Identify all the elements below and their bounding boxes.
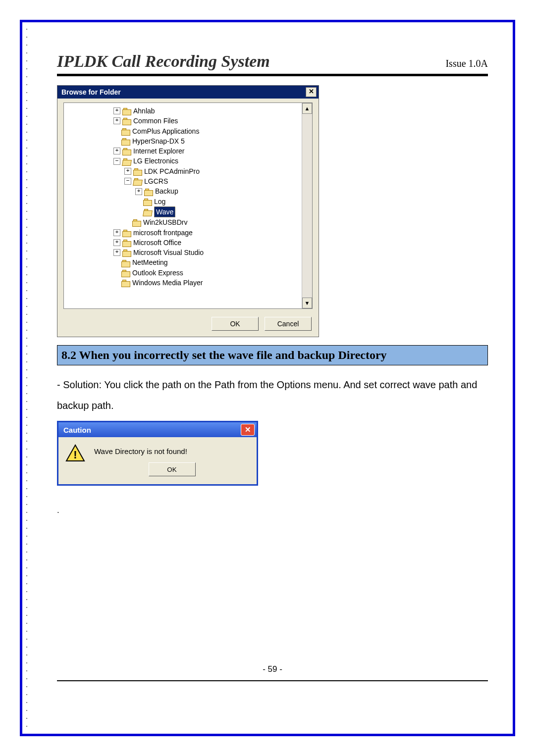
tree-label: HyperSnap-DX 5	[132, 136, 185, 146]
tree-node[interactable]: Outlook Express	[79, 268, 310, 278]
tree-label: LGCRS	[144, 176, 168, 186]
tree-node[interactable]: −LGCRS	[79, 176, 310, 186]
tree-node[interactable]: +Common Files	[79, 116, 310, 126]
document-title: IPLDK Call Recording System	[57, 52, 270, 71]
page-frame: IPLDK Call Recording System Issue 1.0A B…	[20, 20, 515, 736]
tree-label: Backup	[155, 186, 178, 196]
tree-label: Win2kUSBDrv	[143, 217, 187, 227]
stray-dot: .	[57, 505, 488, 515]
tree-label: NetMeeting	[132, 257, 168, 267]
scrollbar[interactable]: ▲ ▼	[302, 103, 312, 308]
ok-button[interactable]: OK	[149, 462, 196, 476]
tree-label: Ahnlab	[133, 106, 155, 116]
footer-rule	[57, 680, 488, 681]
tree-label: Microsoft Office	[133, 238, 181, 248]
caution-titlebar: Caution ✕	[58, 422, 257, 437]
dialog-buttons: OK Cancel	[57, 313, 319, 337]
caution-body: Wave Directory is not found! OK	[94, 444, 250, 476]
caution-dialog: Caution ✕ ! Wave Directory is not found!…	[57, 421, 258, 486]
tree-label: LDK PCAdminPro	[144, 166, 200, 176]
svg-text:!: !	[73, 449, 77, 461]
close-icon[interactable]: ✕	[241, 424, 255, 436]
issue-label: Issue 1.0A	[445, 58, 488, 69]
tree-label: Microsoft Visual Studio	[133, 248, 204, 257]
tree-label: Wave	[154, 206, 175, 217]
tree-node[interactable]: +Microsoft Visual Studio	[79, 248, 310, 257]
tree-node[interactable]: +Internet Explorer	[79, 146, 310, 156]
ok-button[interactable]: OK	[212, 317, 259, 331]
close-icon[interactable]: ✕	[306, 87, 317, 97]
tree-label: microsoft frontpage	[133, 228, 193, 238]
tree-node[interactable]: +Microsoft Office	[79, 238, 310, 248]
caution-message: Wave Directory is not found!	[94, 447, 250, 455]
section-heading: 8.2 When you incorrectly set the wave fi…	[57, 345, 488, 365]
header-rule	[57, 74, 488, 76]
scroll-up-icon[interactable]: ▲	[302, 103, 312, 114]
tree-label: Log	[154, 197, 165, 206]
tree-label: Windows Media Player	[132, 278, 203, 288]
dialog-title-text: Browse for Folder	[61, 88, 121, 96]
tree-node-selected[interactable]: Wave	[79, 206, 310, 217]
browse-for-folder-dialog: Browse for Folder ✕ +Ahnlab +Common File…	[57, 85, 319, 337]
tree-label: ComPlus Applications	[132, 126, 199, 136]
tree-label: LG Electronics	[133, 156, 178, 166]
tree-label: Outlook Express	[132, 268, 183, 278]
cancel-button[interactable]: Cancel	[265, 317, 312, 331]
folder-tree[interactable]: +Ahnlab +Common Files ComPlus Applicatio…	[63, 102, 313, 309]
tree-node[interactable]: NetMeeting	[79, 257, 310, 267]
tree-node[interactable]: +microsoft frontpage	[79, 228, 310, 238]
tree-node[interactable]: +Ahnlab	[79, 106, 310, 116]
tree-node[interactable]: Win2kUSBDrv	[79, 217, 310, 227]
dialog-titlebar: Browse for Folder ✕	[57, 86, 319, 99]
spiral-binding-dots	[25, 25, 28, 731]
body-paragraph: - Solution: You click the path on the Pa…	[57, 374, 488, 416]
tree-node[interactable]: ComPlus Applications	[79, 126, 310, 136]
tree-node[interactable]: Log	[79, 197, 310, 206]
warning-icon: !	[65, 444, 85, 462]
caution-title-text: Caution	[63, 426, 91, 434]
scroll-down-icon[interactable]: ▼	[302, 298, 312, 308]
tree-node[interactable]: Windows Media Player	[79, 278, 310, 288]
tree-node[interactable]: +Backup	[79, 186, 310, 196]
tree-node[interactable]: +LDK PCAdminPro	[79, 166, 310, 176]
tree-label: Common Files	[133, 116, 178, 126]
page-header: IPLDK Call Recording System Issue 1.0A	[57, 52, 488, 71]
tree-node[interactable]: −LG Electronics	[79, 156, 310, 166]
page-number: - 59 -	[57, 664, 488, 674]
tree-label: Internet Explorer	[133, 146, 185, 156]
page-content: IPLDK Call Recording System Issue 1.0A B…	[57, 52, 488, 714]
tree-node[interactable]: HyperSnap-DX 5	[79, 136, 310, 146]
